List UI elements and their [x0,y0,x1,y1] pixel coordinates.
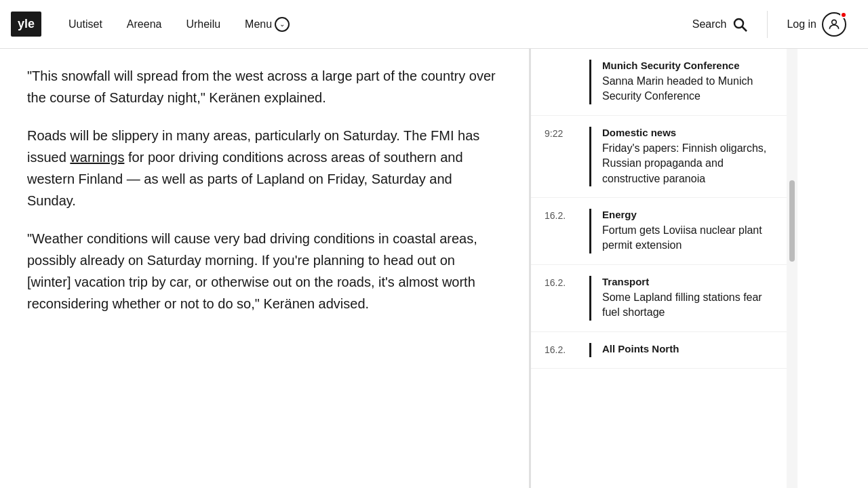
svg-point-0 [734,19,743,28]
header-actions: Search Log in [682,7,857,42]
sidebar-time-3: 16.2. [545,276,578,321]
svg-point-2 [832,20,837,24]
sidebar-headline-3: Some Lapland filling stations fear fuel … [602,290,773,321]
search-icon [732,16,748,33]
sidebar-divider-0 [589,60,591,104]
sidebar-category-3: Transport [602,276,773,287]
sidebar-divider-4 [589,343,591,357]
user-avatar [822,12,846,37]
sidebar-content-3: Transport Some Lapland filling stations … [602,276,773,321]
sidebar-category-1: Domestic news [602,127,773,138]
page-content: "This snowfall will spread from the west… [0,49,868,488]
sidebar-time-1: 9:22 [545,127,578,186]
article-paragraph-1: "This snowfall will spread from the west… [27,65,502,108]
main-nav: Uutiset Areena Urheilu Menu ⌄ [58,12,682,37]
article-paragraph-2: Roads will be slippery in many areas, pa… [27,125,502,211]
nav-menu-label: Menu [245,18,272,30]
nav-urheilu[interactable]: Urheilu [175,13,231,36]
nav-areena[interactable]: Areena [116,13,173,36]
sidebar-divider-3 [589,276,591,321]
main-article: "This snowfall will spread from the west… [0,49,529,488]
login-label: Log in [787,18,816,30]
sidebar-divider-1 [589,127,591,186]
sidebar-content-2: Energy Fortum gets Loviisa nuclear plant… [602,209,773,253]
sidebar-item-energy[interactable]: 16.2. Energy Fortum gets Loviisa nuclear… [531,198,787,265]
sidebar-item-munich[interactable]: Munich Security Conference Sanna Marin h… [531,49,787,116]
sidebar-category-2: Energy [602,209,773,220]
sidebar-divider-2 [589,209,591,253]
header-divider [767,11,768,38]
sidebar-item-transport[interactable]: 16.2. Transport Some Lapland filling sta… [531,265,787,332]
sidebar-item-all-points-north[interactable]: 16.2. All Points North [531,332,787,369]
warnings-link[interactable]: warnings [70,150,124,165]
sidebar-category-4: All Points North [602,343,679,354]
sidebar-content-0: Munich Security Conference Sanna Marin h… [602,60,773,104]
user-icon [827,18,841,31]
notification-dot [840,12,847,18]
sidebar: Munich Security Conference Sanna Marin h… [529,49,787,488]
menu-circle-icon: ⌄ [275,17,290,32]
sidebar-content-4: All Points North [602,343,679,357]
nav-menu[interactable]: Menu ⌄ [234,12,300,37]
scrollbar-thumb[interactable] [789,180,795,262]
sidebar-time-0 [545,60,578,104]
scrollbar[interactable] [787,49,797,488]
sidebar-content-1: Domestic news Friday's papers: Finnish o… [602,127,773,186]
article-paragraph-3: "Weather conditions will cause very bad … [27,228,502,314]
svg-line-1 [743,26,747,31]
sidebar-time-4: 16.2. [545,343,578,357]
nav-uutiset[interactable]: Uutiset [58,13,113,36]
search-label: Search [692,18,727,30]
sidebar-category-0: Munich Security Conference [602,60,773,71]
login-button[interactable]: Log in [776,7,857,42]
sidebar-time-2: 16.2. [545,209,578,253]
yle-logo[interactable]: yle [11,12,41,37]
site-header: yle Uutiset Areena Urheilu Menu ⌄ Search… [0,0,868,49]
sidebar-item-domestic[interactable]: 9:22 Domestic news Friday's papers: Finn… [531,116,787,198]
search-button[interactable]: Search [682,11,760,38]
sidebar-headline-2: Fortum gets Loviisa nuclear plant permit… [602,223,773,253]
sidebar-headline-0: Sanna Marin headed to Munich Security Co… [602,74,773,104]
sidebar-headline-1: Friday's papers: Finnish oligarchs, Russ… [602,141,773,186]
